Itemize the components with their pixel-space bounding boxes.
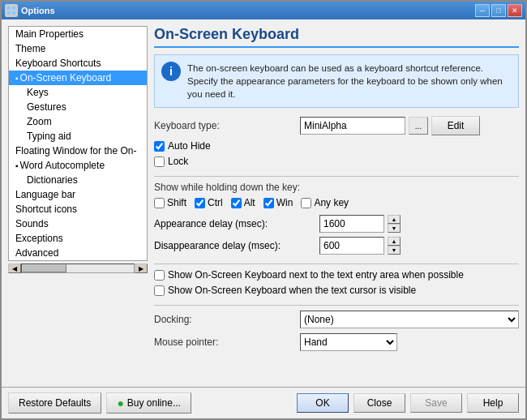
sidebar-item-gestures[interactable]: Gestures <box>9 100 147 114</box>
scroll-track <box>21 264 135 273</box>
title-bar: Options ─ □ ✕ <box>2 2 525 19</box>
ctrl-checkbox[interactable] <box>195 198 205 208</box>
win-checkbox[interactable] <box>264 198 274 208</box>
sidebar-item-on-screen-keyboard[interactable]: ▪On-Screen Keyboard <box>9 71 147 85</box>
show-next-checkbox[interactable] <box>154 270 165 281</box>
svg-rect-2 <box>7 11 11 15</box>
win-label: Win <box>276 197 293 208</box>
docking-label: Docking: <box>154 314 300 325</box>
show-while-label: Show while holding down the key: <box>154 182 519 193</box>
auto-hide-checkbox[interactable] <box>154 141 165 152</box>
alt-pair: Alt <box>231 197 255 208</box>
mouse-pointer-row: Mouse pointer: Hand Arrow Default <box>154 333 519 351</box>
scroll-right-button[interactable]: ▶ <box>135 264 148 273</box>
appearance-delay-input[interactable] <box>319 215 384 233</box>
shift-checkbox[interactable] <box>154 198 165 208</box>
any-key-pair: Any key <box>301 197 349 208</box>
svg-rect-0 <box>7 6 11 10</box>
scroll-left-button[interactable]: ◀ <box>8 264 21 273</box>
options-window: Options ─ □ ✕ Main Properties Theme Keyb… <box>0 0 527 420</box>
panel-title: On-Screen Keyboard <box>154 26 519 48</box>
buy-online-button[interactable]: ● Buy online... <box>106 392 191 414</box>
sidebar: Main Properties Theme Keyboard Shortcuts… <box>8 26 148 261</box>
sidebar-item-word-autocomplete[interactable]: ▪Word Autocomplete <box>9 158 147 173</box>
appearance-delay-row: Appearance delay (msec): ▲ ▼ <box>154 215 519 233</box>
close-button[interactable]: ✕ <box>508 4 522 17</box>
show-cursor-label: Show On-Screen Keyboard when the text cu… <box>168 285 416 296</box>
divider2 <box>154 264 519 264</box>
lock-checkbox[interactable] <box>154 156 165 167</box>
info-box: i The on-screen keyboard can be used as … <box>154 54 519 108</box>
disappearance-delay-label: Disappearance delay (msec): <box>154 240 316 251</box>
info-text: The on-screen keyboard can be used as a … <box>187 62 512 101</box>
bottom-bar: Restore Defaults ● Buy online... OK Clos… <box>2 387 525 418</box>
sidebar-item-main-properties[interactable]: Main Properties <box>9 27 147 41</box>
sidebar-item-typing-aid[interactable]: Typing aid <box>9 129 147 144</box>
keyboard-type-controls: ... Edit <box>300 116 480 135</box>
ctrl-pair: Ctrl <box>195 197 223 208</box>
sidebar-scrollbar: ◀ ▶ <box>8 263 148 274</box>
appearance-spin-up[interactable]: ▲ <box>388 215 401 224</box>
divider1 <box>154 176 519 177</box>
content-area: Main Properties Theme Keyboard Shortcuts… <box>2 19 525 387</box>
appearance-delay-spinner: ▲ ▼ <box>388 215 401 233</box>
docking-row: Docking: (None) Top Bottom <box>154 311 519 328</box>
alt-checkbox[interactable] <box>231 198 242 208</box>
help-button[interactable]: Help <box>467 393 519 413</box>
sidebar-item-sounds[interactable]: Sounds <box>9 216 147 231</box>
any-key-label: Any key <box>314 197 349 208</box>
info-icon: i <box>161 62 181 81</box>
buy-label: Buy online... <box>127 397 181 409</box>
any-key-checkbox[interactable] <box>301 198 311 208</box>
sidebar-item-zoom[interactable]: Zoom <box>9 114 147 129</box>
sidebar-item-floating-window[interactable]: Floating Window for the On- <box>9 144 147 158</box>
sidebar-item-keyboard-shortcuts[interactable]: Keyboard Shortcuts <box>9 56 147 71</box>
sidebar-item-language-bar[interactable]: Language bar <box>9 187 147 202</box>
restore-defaults-button[interactable]: Restore Defaults <box>8 392 101 414</box>
save-button[interactable]: Save <box>410 393 462 413</box>
sidebar-item-dictionaries[interactable]: Dictionaries <box>9 173 147 187</box>
sidebar-item-shortcut-icons[interactable]: Shortcut icons <box>9 202 147 216</box>
sidebar-item-theme[interactable]: Theme <box>9 41 147 56</box>
show-cursor-checkbox[interactable] <box>154 285 165 296</box>
dots-button[interactable]: ... <box>409 117 428 135</box>
mouse-pointer-select[interactable]: Hand Arrow Default <box>300 333 397 351</box>
window-title: Options <box>21 6 475 15</box>
appearance-spin-down[interactable]: ▼ <box>388 224 401 233</box>
lock-row: Lock <box>154 156 519 167</box>
ok-button[interactable]: OK <box>297 393 349 413</box>
disappearance-delay-input[interactable] <box>319 237 384 255</box>
modifier-keys-row: Shift Ctrl Alt Win Any key <box>154 197 519 208</box>
minimize-button[interactable]: ─ <box>475 4 490 17</box>
keyboard-type-row: Keyboard type: ... Edit <box>154 116 519 135</box>
show-cursor-row: Show On-Screen Keyboard when the text cu… <box>154 285 519 296</box>
shift-label: Shift <box>167 197 186 208</box>
docking-select[interactable]: (None) Top Bottom <box>300 311 519 328</box>
edit-button[interactable]: Edit <box>431 116 480 135</box>
window-controls: ─ □ ✕ <box>475 4 522 17</box>
buy-icon: ● <box>117 396 123 409</box>
ctrl-label: Ctrl <box>208 197 223 208</box>
show-next-label: Show On-Screen Keyboard next to the text… <box>168 269 464 281</box>
close-dialog-button[interactable]: Close <box>353 393 405 413</box>
mouse-pointer-label: Mouse pointer: <box>154 336 300 348</box>
disappearance-spin-down[interactable]: ▼ <box>388 246 401 255</box>
disappearance-delay-spinner: ▲ ▼ <box>388 237 401 255</box>
win-pair: Win <box>264 197 293 208</box>
shift-pair: Shift <box>154 197 186 208</box>
sidebar-item-keys[interactable]: Keys <box>9 85 147 100</box>
main-panel: On-Screen Keyboard i The on-screen keybo… <box>154 26 519 380</box>
svg-rect-1 <box>12 6 15 10</box>
disappearance-spin-up[interactable]: ▲ <box>388 237 401 246</box>
svg-rect-3 <box>12 11 15 15</box>
lock-label: Lock <box>168 156 188 167</box>
auto-hide-label: Auto Hide <box>168 140 211 152</box>
divider3 <box>154 305 519 306</box>
maximize-button[interactable]: □ <box>491 4 506 17</box>
sidebar-item-exceptions[interactable]: Exceptions <box>9 231 147 246</box>
keyboard-type-label: Keyboard type: <box>154 120 300 131</box>
keyboard-type-input[interactable] <box>300 117 405 135</box>
appearance-delay-label: Appearance delay (msec): <box>154 218 316 229</box>
sidebar-item-advanced[interactable]: Advanced <box>9 246 147 260</box>
auto-hide-row: Auto Hide <box>154 140 519 152</box>
